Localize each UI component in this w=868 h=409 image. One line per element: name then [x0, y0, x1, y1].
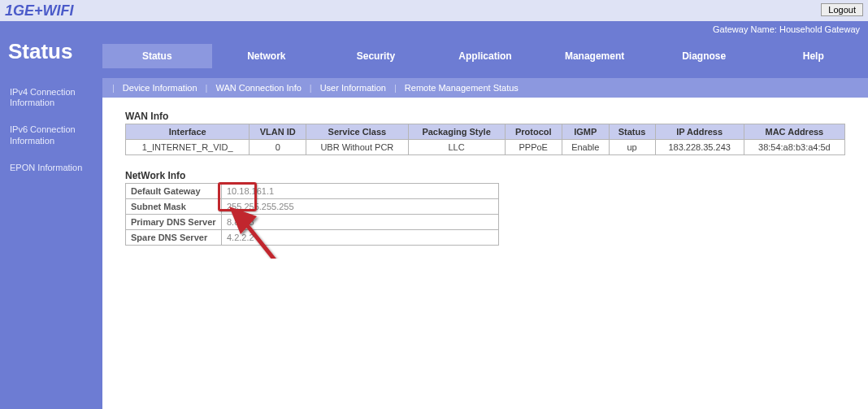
row-spare-dns: Spare DNS Server 4.2.2.2 — [126, 230, 499, 246]
subtab-device-info[interactable]: Device Information — [119, 83, 201, 93]
col-igmp: IGMP — [562, 124, 609, 140]
logout-button[interactable]: Logout — [821, 3, 863, 16]
col-vlanid: VLAN ID — [250, 124, 306, 140]
col-serviceclass: Service Class — [306, 124, 409, 140]
sidebar: Status IPv4 Connection Information IPv6 … — [0, 21, 102, 409]
tab-application[interactable]: Application — [431, 44, 540, 68]
row-primary-dns: Primary DNS Server 8.8.8.8 — [126, 215, 499, 230]
row-subnet-mask: Subnet Mask 255.255.255.255 — [126, 199, 499, 215]
tab-help[interactable]: Help — [758, 44, 868, 68]
cell-igmp: Enable — [562, 140, 609, 155]
label-primary-dns: Primary DNS Server — [126, 215, 222, 230]
col-packaging: Packaging Style — [408, 124, 505, 140]
col-interface: Interface — [126, 124, 250, 140]
subtab-remote-mgmt[interactable]: Remote Management Status — [401, 83, 522, 93]
separator: | — [310, 83, 312, 93]
value-primary-dns: 8.8.8.8 — [222, 215, 499, 230]
subtab-wan-connection[interactable]: WAN Connection Info — [212, 83, 304, 93]
cell-serviceclass: UBR Without PCR — [306, 140, 409, 155]
cell-protocol: PPPoE — [505, 140, 562, 155]
col-status: Status — [609, 124, 655, 140]
cell-ipaddress: 183.228.35.243 — [655, 140, 744, 155]
sidebar-item-epon[interactable]: EPON Information — [0, 154, 102, 181]
value-default-gateway: 10.18.161.1 — [222, 184, 499, 199]
waninfo-title: WAN Info — [125, 111, 845, 122]
tabs: Status Network Security Application Mana… — [102, 34, 868, 78]
row-default-gateway: Default Gateway 10.18.161.1 — [126, 184, 499, 199]
sidebar-item-ipv4[interactable]: IPv4 Connection Information — [0, 79, 102, 116]
sidebar-item-ipv6[interactable]: IPv6 Connection Information — [0, 116, 102, 154]
col-macaddress: MAC Address — [744, 124, 844, 140]
tab-network[interactable]: Network — [212, 44, 322, 68]
content: WAN Info Interface VLAN ID Service Class… — [102, 98, 868, 259]
subtabs: | Device Information | WAN Connection In… — [102, 78, 868, 98]
layout: Status IPv4 Connection Information IPv6 … — [0, 21, 868, 409]
gateway-name: Gateway Name: Household Gateway — [102, 21, 868, 34]
networkinfo-table: Default Gateway 10.18.161.1 Subnet Mask … — [125, 183, 499, 246]
main: Gateway Name: Household Gateway Status N… — [102, 21, 868, 409]
tab-status[interactable]: Status — [102, 44, 212, 68]
page-title: Status — [0, 21, 102, 79]
waninfo-table: Interface VLAN ID Service Class Packagin… — [125, 124, 845, 155]
cell-packaging: LLC — [408, 140, 505, 155]
value-subnet-mask: 255.255.255.255 — [222, 199, 499, 215]
topbar: 1GE+WIFI Logout — [0, 0, 868, 21]
tab-security[interactable]: Security — [321, 44, 431, 68]
cell-vlanid: 0 — [250, 140, 306, 155]
separator: | — [112, 83, 115, 93]
banner: Gateway Name: Household Gateway Status N… — [102, 21, 868, 78]
separator: | — [394, 83, 397, 93]
cell-status: up — [609, 140, 655, 155]
label-subnet-mask: Subnet Mask — [126, 199, 222, 215]
cell-macaddress: 38:54:a8:b3:a4:5d — [744, 140, 844, 155]
cell-interface: 1_INTERNET_R_VID_ — [126, 140, 250, 155]
separator: | — [206, 83, 208, 93]
col-protocol: Protocol — [505, 124, 562, 140]
tab-diagnose[interactable]: Diagnose — [649, 44, 759, 68]
logo: 1GE+WIFI — [5, 2, 74, 19]
value-spare-dns: 4.2.2.2 — [222, 230, 499, 246]
col-ipaddress: IP Address — [655, 124, 744, 140]
subtab-user-info[interactable]: User Information — [317, 83, 389, 93]
networkinfo-title: NetWork Info — [125, 170, 845, 181]
label-spare-dns: Spare DNS Server — [126, 230, 222, 246]
tab-management[interactable]: Management — [540, 44, 649, 68]
label-default-gateway: Default Gateway — [126, 184, 222, 199]
table-row: 1_INTERNET_R_VID_ 0 UBR Without PCR LLC … — [126, 140, 845, 155]
networkinfo-section: NetWork Info Default Gateway 10.18.161.1… — [125, 170, 845, 246]
